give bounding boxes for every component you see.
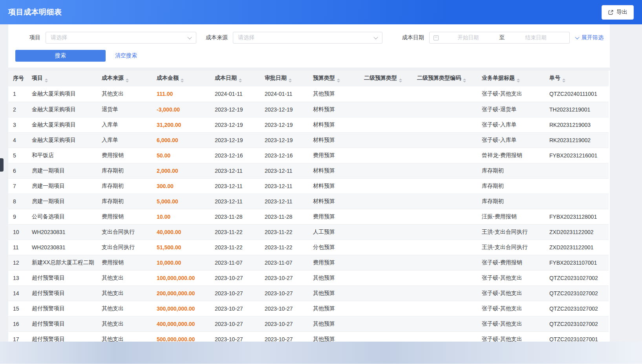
column-header[interactable]: 二级预算类型编码	[411, 71, 476, 86]
table-cell: 1	[8, 86, 26, 102]
table-cell: 金融大厦采购项目	[26, 86, 95, 102]
column-label: 二级预算类型编码	[417, 75, 461, 81]
table-cell: 库存期初	[95, 163, 150, 178]
table-cell: 其他预算	[307, 301, 358, 316]
table-cell: 14	[8, 285, 26, 301]
table-cell: 2023-10-27	[258, 301, 307, 316]
table-cell: 2023-10-27	[258, 270, 307, 285]
table-cell: 费用预算	[307, 209, 358, 224]
table-cell	[411, 163, 476, 178]
table-cell	[411, 285, 476, 301]
drawer-handle[interactable]	[0, 158, 4, 172]
table-cell: 6	[8, 163, 26, 178]
column-header[interactable]: 业务单据标题	[476, 71, 543, 86]
clear-search-link[interactable]: 清空搜索	[115, 52, 137, 59]
sort-icon[interactable]	[517, 79, 520, 82]
table-cell: 11	[8, 240, 26, 255]
column-header[interactable]: 项目	[26, 71, 95, 86]
table-cell: 2023-12-11	[258, 194, 307, 209]
table-cell: 2,000.00	[150, 163, 209, 178]
table-row[interactable]: 3金融大厦采购项目入库单31,200.002023-12-192023-12-1…	[8, 117, 609, 132]
table-cell	[358, 194, 411, 209]
cost-date-range-picker[interactable]: 开始日期 至 结束日期	[429, 32, 570, 44]
table-cell: 2024-01-11	[258, 86, 307, 102]
table-row[interactable]: 10WH20230831支出合同执行40,000.002023-11-22202…	[8, 224, 609, 240]
table-cell: 张子硕-其他支出	[476, 86, 543, 102]
table-cell	[411, 117, 476, 132]
table-row[interactable]: 14超付预警项目其他支出200,000,000.002023-10-272023…	[8, 285, 609, 301]
sort-icon[interactable]	[463, 79, 466, 82]
column-header[interactable]: 预算类型	[307, 71, 358, 86]
table-cell: 金融大厦采购项目	[26, 102, 95, 117]
sort-icon[interactable]	[239, 79, 242, 82]
table-cell: 王洪-支出合同执行	[476, 224, 543, 240]
chevron-down-icon	[187, 35, 192, 39]
sort-icon[interactable]	[181, 79, 184, 82]
table-cell: TH20231219001	[543, 102, 609, 117]
table-cell: 2024-01-11	[209, 86, 258, 102]
sort-icon[interactable]	[399, 79, 402, 82]
column-header[interactable]: 成本日期	[209, 71, 258, 86]
table-cell	[358, 86, 411, 102]
table-cell: 2023-11-22	[209, 240, 258, 255]
table-cell: 张子硕-其他支出	[476, 316, 543, 331]
search-button[interactable]: 搜索	[15, 50, 106, 62]
sort-icon[interactable]	[289, 79, 292, 82]
table-cell	[358, 209, 411, 224]
table-row[interactable]: 2金融大厦采购项目退货单-3,000.002023-12-192023-12-1…	[8, 102, 609, 117]
table-cell: 张子硕-退货单	[476, 102, 543, 117]
table-cell: 费用报销	[95, 255, 150, 270]
table-cell: 王洪-支出合同执行	[476, 240, 543, 255]
table-cell: 人工预算	[307, 224, 358, 240]
table-cell: 张子硕-其他支出	[476, 285, 543, 301]
table-row[interactable]: 15超付预警项目其他支出300,000,000.002023-10-272023…	[8, 301, 609, 316]
project-select[interactable]: 请选择	[46, 32, 196, 44]
table-cell: QTZC20231027002	[543, 285, 609, 301]
cost-source-select[interactable]: 请选择	[233, 32, 382, 44]
column-header[interactable]: 二级预算类型	[358, 71, 411, 86]
export-button-label: 导出	[616, 9, 627, 16]
column-header[interactable]: 单号	[543, 71, 609, 86]
sort-icon[interactable]	[126, 79, 129, 82]
table-cell	[411, 209, 476, 224]
table-cell: 其他支出	[95, 301, 150, 316]
table-cell: 库存期初	[95, 178, 150, 194]
table-row[interactable]: 1金融大厦采购项目其他支出111.002024-01-112024-01-11其…	[8, 86, 609, 102]
cost-date-filter-label: 成本日期	[402, 34, 424, 41]
table-cell	[358, 163, 411, 178]
table-row[interactable]: 8房建一期项目库存期初5,000.002023-12-112023-12-11材…	[8, 194, 609, 209]
table-cell: 张子硕-入库单	[476, 132, 543, 148]
table-row[interactable]: 5和平饭店费用报销50.002023-12-162023-12-16费用预算曾祥…	[8, 148, 609, 163]
table-cell: 200,000,000.00	[150, 285, 209, 301]
table-cell: FYBX20231216001	[543, 148, 609, 163]
table-cell: 张子硕-入库单	[476, 117, 543, 132]
sort-icon[interactable]	[45, 79, 48, 82]
sort-icon[interactable]	[562, 79, 565, 82]
table-cell: 2023-11-07	[209, 255, 258, 270]
column-header[interactable]: 成本来源	[95, 71, 150, 86]
table-cell: 汪振-费用报销	[476, 209, 543, 224]
table-cell: 材料预算	[307, 102, 358, 117]
column-header[interactable]: 成本金额	[150, 71, 209, 86]
table-row[interactable]: 9公司备选项目费用报销10.002023-11-282023-11-28费用预算…	[8, 209, 609, 224]
calendar-icon	[433, 35, 439, 40]
table-cell: 9	[8, 209, 26, 224]
export-button[interactable]: 导出	[602, 5, 634, 20]
table-cell: 房建一期项目	[26, 194, 95, 209]
table-row[interactable]: 7房建一期项目库存期初300.002023-12-112023-12-11材料预…	[8, 178, 609, 194]
table-cell: 2023-12-11	[258, 178, 307, 194]
table-cell: WH20230831	[26, 240, 95, 255]
table-cell	[358, 117, 411, 132]
table-row[interactable]: 4金融大厦采购项目入库单6,000.002023-12-192023-12-19…	[8, 132, 609, 148]
table-row[interactable]: 12新建XX总部大厦工程二期费用报销10,000.002023-11-07202…	[8, 255, 609, 270]
table-cell: 2023-11-22	[258, 240, 307, 255]
table-row[interactable]: 6房建一期项目库存期初2,000.002023-12-112023-12-11材…	[8, 163, 609, 178]
table-row[interactable]: 13超付预警项目其他支出100,000,000.002023-10-272023…	[8, 270, 609, 285]
table-row[interactable]: 16超付预警项目其他支出400,000,000.002023-10-272023…	[8, 316, 609, 331]
column-header[interactable]: 审批日期	[258, 71, 307, 86]
table-row[interactable]: 11WH20230831支出合同执行51,500.002023-11-22202…	[8, 240, 609, 255]
expand-filter-link[interactable]: 展开筛选	[576, 34, 604, 41]
sort-icon[interactable]	[337, 79, 340, 82]
table-cell: 2023-10-27	[209, 316, 258, 331]
table-cell: FYBX20231128001	[543, 209, 609, 224]
